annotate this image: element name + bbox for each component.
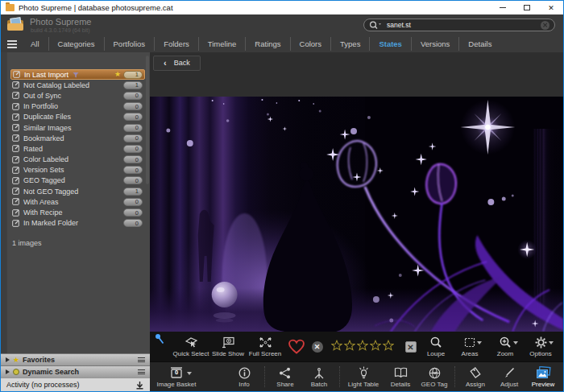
state-row-version-sets[interactable]: Version Sets0 [10, 165, 144, 175]
tag-icon [469, 366, 482, 380]
label-edit-icon [12, 156, 19, 163]
info-icon [238, 366, 251, 380]
preview-icon [536, 366, 551, 380]
tab-colors[interactable]: Colors [290, 37, 330, 51]
state-row-in-marked-folder[interactable]: In Marked Folder0 [10, 218, 144, 229]
dropdown-arrow-icon [549, 341, 554, 345]
count-badge: 0 [123, 134, 143, 142]
info-button[interactable]: Info [227, 366, 261, 388]
app-build: build 4.3.0.1749 (64 bit) [31, 27, 90, 33]
state-row-with-recipe[interactable]: With Recipe0 [10, 207, 144, 217]
states-list: In Last Import★1Not Catalog Labeled1Out … [1, 52, 150, 229]
label-edit-icon [13, 71, 20, 78]
activity-toggle-icon[interactable] [135, 381, 144, 390]
state-row-in-last-import[interactable]: In Last Import★1 [10, 69, 145, 80]
label-edit-icon [12, 81, 19, 89]
count-badge: 1 [123, 71, 143, 79]
adjust-pen-icon [504, 366, 516, 380]
back-button[interactable]: ‹ Back [153, 56, 201, 71]
favorites-panel-header[interactable]: ★ Favorites [1, 353, 150, 365]
assign-button[interactable]: Assign [458, 366, 492, 388]
dropdown-arrow-icon [513, 341, 518, 345]
state-row-bookmarked[interactable]: Bookmarked0 [10, 133, 144, 143]
options-button[interactable]: Options [523, 336, 558, 357]
tab-portfolios[interactable]: Portfolios [104, 37, 155, 51]
expand-arrow-icon [6, 357, 10, 362]
geo-tag-button[interactable]: GEO Tag [417, 366, 451, 388]
share-button[interactable]: Share [268, 366, 302, 388]
tab-folders[interactable]: Folders [154, 37, 198, 51]
close-button[interactable]: ✕ [539, 1, 563, 14]
tab-all[interactable]: All [22, 37, 48, 51]
options-gear-icon [535, 336, 547, 349]
state-row-out-of-sync[interactable]: Out of Sync0 [10, 90, 144, 101]
panel-menu-icon[interactable] [138, 357, 145, 362]
clear-rating-icon[interactable]: ✕ [405, 341, 417, 353]
image-basket-button[interactable]: 0 Image Basket [153, 366, 200, 388]
rating-star-icon[interactable] [357, 340, 368, 354]
search-clear-icon[interactable]: ✕ [541, 21, 549, 30]
label-edit-icon [12, 103, 19, 110]
activity-statusbar[interactable]: Activity (no processes) [1, 378, 150, 391]
star-rating[interactable] [331, 340, 394, 354]
titlebar: Photo Supreme | database photosupreme.ca… [1, 1, 563, 14]
state-row-not-catalog-labeled[interactable]: Not Catalog Labeled1 [10, 80, 144, 90]
areas-button[interactable]: Areas [452, 336, 487, 357]
state-row-duplicate-files[interactable]: Duplicate Files0 [10, 112, 144, 122]
globe-icon [429, 366, 441, 380]
batch-button[interactable]: Batch [302, 366, 336, 388]
count-badge: 0 [123, 102, 143, 110]
loupe-button[interactable]: Loupe [420, 336, 452, 357]
zoom-button[interactable]: Zoom [487, 336, 523, 357]
dynamic-search-panel-header[interactable]: Dynamic Search [1, 365, 150, 378]
tab-ratings[interactable]: Ratings [245, 37, 289, 51]
reject-icon[interactable]: ✕ [312, 341, 323, 353]
filter-icon [73, 72, 79, 78]
tab-categories[interactable]: Categories [48, 37, 104, 51]
sidebar-scrollbar[interactable] [146, 56, 149, 184]
menu-icon[interactable] [7, 40, 17, 48]
rating-star-icon[interactable] [344, 340, 355, 354]
tab-states[interactable]: States [369, 37, 411, 51]
state-row-in-portfolio[interactable]: In Portfolio0 [10, 101, 144, 112]
expand-arrow-icon [6, 369, 10, 374]
count-badge: 0 [123, 155, 143, 163]
state-row-color-labeled[interactable]: Color Labeled0 [10, 155, 144, 165]
dynamic-search-icon [13, 369, 19, 375]
panel-menu-icon[interactable] [138, 369, 145, 374]
slide-show-icon [222, 336, 235, 349]
favorite-heart-icon[interactable] [288, 339, 305, 354]
preview-button[interactable]: Preview [526, 366, 560, 388]
rating-star-icon[interactable] [331, 340, 342, 354]
tab-list: AllCategoriesPortfoliosFoldersTimelineRa… [22, 37, 500, 51]
adjust-button[interactable]: Adjust [492, 366, 526, 388]
basket-count: 0 [164, 369, 189, 376]
tab-timeline[interactable]: Timeline [198, 37, 246, 51]
state-row-similar-images[interactable]: Similar Images0 [10, 122, 144, 133]
slide-show-button[interactable]: Slide Show [209, 336, 247, 357]
state-row-geo-tagged[interactable]: GEO Tagged0 [10, 175, 144, 186]
label-edit-icon [12, 145, 19, 152]
state-row-not-geo-tagged[interactable]: Not GEO Tagged1 [10, 186, 144, 196]
count-badge: 1 [123, 188, 143, 196]
full-screen-button[interactable]: Full Screen [247, 336, 284, 357]
tab-details[interactable]: Details [458, 37, 500, 51]
search-input[interactable]: sanet.st ✕ [363, 19, 555, 31]
quick-select-button[interactable]: Quick Select [172, 336, 209, 357]
state-row-rated[interactable]: Rated0 [10, 143, 144, 154]
details-button[interactable]: Details [384, 366, 417, 388]
star-icon: ★ [114, 71, 121, 78]
share-icon [279, 366, 292, 380]
light-table-button[interactable]: Light Table [343, 366, 384, 388]
state-row-with-areas[interactable]: With Areas0 [10, 196, 144, 207]
tab-versions[interactable]: Versions [411, 37, 458, 51]
count-badge: 0 [123, 113, 143, 121]
chevron-left-icon: ‹ [164, 58, 167, 68]
rating-star-icon[interactable] [383, 340, 394, 354]
rating-star-icon[interactable] [370, 340, 381, 354]
tab-types[interactable]: Types [330, 37, 369, 51]
minimize-button[interactable] [491, 1, 515, 14]
maximize-button[interactable] [515, 1, 539, 14]
app-name: Photo Supreme [30, 17, 91, 27]
pin-icon[interactable] [154, 333, 165, 345]
